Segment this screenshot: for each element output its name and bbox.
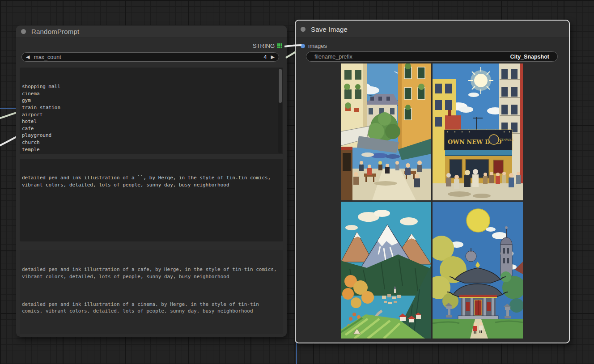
generated-prompts-panel: detailed pen and ink illustration of a c…	[20, 250, 283, 334]
generated-prompt-1: detailed pen and ink illustration of a c…	[22, 266, 280, 280]
scrollbar-thumb[interactable]	[279, 69, 282, 103]
saved-image-temple	[433, 202, 523, 339]
saved-images-grid: OWN NEW DWO CINWES	[341, 63, 523, 339]
random-prompt-node-title: RandomPrompt	[31, 28, 79, 35]
saved-image-mountain-valley	[341, 202, 431, 339]
save-image-node[interactable]: Save Image images filename_prefix City_S…	[295, 20, 570, 343]
template-textarea[interactable]: detailed pen and ink illustration of a `…	[20, 159, 283, 241]
collapse-dot-icon[interactable]	[301, 27, 305, 32]
wordlist-text: shopping mall cinema gym train station a…	[22, 83, 277, 154]
wordlist-textarea[interactable]: shopping mall cinema gym train station a…	[20, 68, 283, 154]
max-count-value: 4	[264, 54, 267, 60]
max-count-widget[interactable]: ◀ max_count 4 ▶	[21, 52, 279, 62]
images-input-label: images	[308, 42, 327, 49]
template-text: detailed pen and ink illustration of a `…	[22, 174, 277, 188]
scrollbar-track[interactable]	[278, 68, 282, 153]
random-prompt-node[interactable]: RandomPrompt STRING ◀ max_count 4 ▶ shop…	[16, 25, 287, 337]
saved-image-cafe-street	[341, 63, 431, 200]
save-image-node-header[interactable]: Save Image	[296, 21, 569, 38]
generated-prompt-2: detailed pen and ink illustration of a c…	[22, 301, 280, 315]
cinema-marquee-side-text: CINWES	[500, 138, 514, 142]
string-output-slot-icon[interactable]	[277, 43, 282, 48]
images-input-slot-icon[interactable]	[301, 44, 305, 48]
filename-prefix-widget[interactable]: filename_prefix City_Snapshot	[306, 51, 558, 62]
collapse-dot-icon[interactable]	[21, 29, 26, 34]
decrement-arrow-icon[interactable]: ◀	[22, 55, 34, 59]
node-graph-canvas[interactable]: { "random_prompt": { "title": "RandomPro…	[0, 0, 594, 364]
increment-arrow-icon[interactable]: ▶	[267, 55, 279, 59]
saved-image-cinema-facade: OWN NEW DWO CINWES	[433, 63, 523, 200]
save-image-node-title: Save Image	[311, 25, 348, 33]
random-prompt-node-header[interactable]: RandomPrompt	[16, 25, 287, 38]
filename-prefix-value: City_Snapshot	[510, 54, 557, 60]
string-output-label: STRING	[253, 42, 275, 49]
filename-prefix-label: filename_prefix	[306, 54, 510, 60]
max-count-label: max_count	[34, 54, 263, 60]
